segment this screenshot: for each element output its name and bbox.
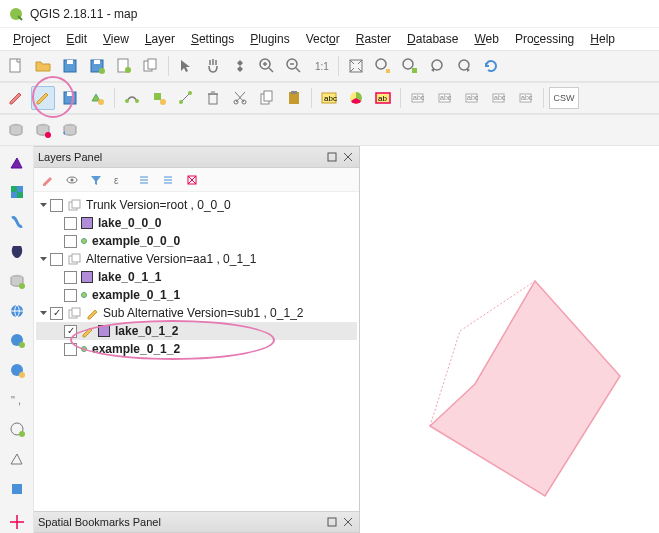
undock-icon[interactable] [325,515,339,529]
layer-tree[interactable]: Trunk Version=root , 0_0_0lake_0_0_0exam… [34,192,359,511]
cursor-arrow-button[interactable] [174,54,198,78]
db-import-button[interactable] [31,118,55,142]
delete-selected-button[interactable] [201,86,225,110]
node-tool-button[interactable] [174,86,198,110]
move-label-button[interactable]: abc [460,86,484,110]
collapse-all-button[interactable] [158,170,178,190]
layer-item[interactable]: example_0_1_1 [36,286,357,304]
change-label-button[interactable]: abc [514,86,538,110]
show-label-button[interactable]: abc [433,86,457,110]
save-layer-edits-button[interactable] [58,86,82,110]
layer-checkbox[interactable] [64,289,77,302]
expand-arrow-icon[interactable] [36,309,50,318]
layer-item[interactable]: lake_0_1_1 [36,268,357,286]
pin-label-button[interactable]: abc [406,86,430,110]
menu-processing[interactable]: Processing [508,30,581,48]
zoom-out-button[interactable] [282,54,306,78]
menu-raster[interactable]: Raster [349,30,398,48]
add-raster-layer-button[interactable] [4,180,30,206]
add-wcs-layer-button[interactable] [4,328,30,354]
save-as-button[interactable] [85,54,109,78]
add-wms-layer-button[interactable] [4,298,30,324]
filter-legend-button[interactable] [86,170,106,190]
close-icon[interactable] [341,515,355,529]
zoom-in-button[interactable] [255,54,279,78]
layer-group[interactable]: Sub Alternative Version=sub1 , 0_1_2 [36,304,357,322]
db-export-button[interactable] [58,118,82,142]
layer-item[interactable]: lake_0_0_0 [36,214,357,232]
menu-project[interactable]: Project [6,30,57,48]
new-project-button[interactable] [4,54,28,78]
highlight-label-button[interactable]: ab [371,86,395,110]
pan-button[interactable] [201,54,225,78]
add-postgis-layer-button[interactable] [4,239,30,265]
refresh-button[interactable] [479,54,503,78]
close-icon[interactable] [341,150,355,164]
menu-settings[interactable]: Settings [184,30,241,48]
add-wfs-layer-button[interactable] [4,357,30,383]
zoom-full-button[interactable] [344,54,368,78]
add-delimited-text-button[interactable]: " , [4,387,30,413]
move-feature-button[interactable] [147,86,171,110]
cut-features-button[interactable] [228,86,252,110]
menu-plugins[interactable]: Plugins [243,30,296,48]
new-geopackage-button[interactable] [4,476,30,502]
add-mssql-layer-button[interactable] [4,268,30,294]
composer-manager-button[interactable] [139,54,163,78]
layer-checkbox[interactable] [64,343,77,356]
pan-to-selection-button[interactable] [228,54,252,78]
layer-item[interactable]: example_0_0_0 [36,232,357,250]
map-canvas[interactable] [360,146,659,533]
add-feature-button[interactable] [85,86,109,110]
layer-item[interactable]: example_0_1_2 [36,340,357,358]
group-checkbox[interactable] [50,253,63,266]
add-virtual-layer-button[interactable] [4,416,30,442]
group-checkbox[interactable] [50,307,63,320]
remove-layer-button[interactable] [182,170,202,190]
csw-button[interactable]: CSW [549,87,579,109]
print-composer-button[interactable] [112,54,136,78]
layer-group[interactable]: Trunk Version=root , 0_0_0 [36,196,357,214]
menu-database[interactable]: Database [400,30,465,48]
undock-icon[interactable] [325,150,339,164]
expand-arrow-icon[interactable] [36,255,50,264]
layer-item[interactable]: lake_0_1_2 [36,322,357,340]
diagram-button[interactable] [344,86,368,110]
expand-arrow-icon[interactable] [36,201,50,210]
rotate-label-button[interactable]: abc [487,86,511,110]
gps-crosshair-button[interactable] [4,509,30,533]
open-project-button[interactable] [31,54,55,78]
menu-help[interactable]: Help [583,30,622,48]
style-preset-button[interactable] [38,170,58,190]
layer-group[interactable]: Alternative Version=aa1 , 0_1_1 [36,250,357,268]
group-checkbox[interactable] [50,199,63,212]
copy-features-button[interactable] [255,86,279,110]
db-manager-button[interactable] [4,118,28,142]
label-button[interactable]: abc [317,86,341,110]
manage-visibility-button[interactable] [62,170,82,190]
layer-checkbox[interactable] [64,325,77,338]
menu-edit[interactable]: Edit [59,30,94,48]
zoom-native-button[interactable]: 1:1 [309,54,333,78]
menu-web[interactable]: Web [467,30,505,48]
layer-checkbox[interactable] [64,271,77,284]
menu-view[interactable]: View [96,30,136,48]
zoom-last-button[interactable] [425,54,449,78]
paste-features-button[interactable] [282,86,306,110]
menu-layer[interactable]: Layer [138,30,182,48]
toggle-editing-button[interactable] [31,86,55,110]
expand-all-button[interactable] [134,170,154,190]
zoom-next-button[interactable] [452,54,476,78]
menu-vector[interactable]: Vector [299,30,347,48]
save-project-button[interactable] [58,54,82,78]
zoom-to-selection-button[interactable] [371,54,395,78]
layer-checkbox[interactable] [64,235,77,248]
zoom-to-layer-button[interactable] [398,54,422,78]
add-vector-layer-button[interactable] [4,150,30,176]
new-shapefile-button[interactable] [4,446,30,472]
current-edits-button[interactable] [4,86,28,110]
add-circular-string-button[interactable] [120,86,144,110]
layer-checkbox[interactable] [64,217,77,230]
add-spatialite-layer-button[interactable] [4,209,30,235]
expression-filter-button[interactable]: ε [110,170,130,190]
